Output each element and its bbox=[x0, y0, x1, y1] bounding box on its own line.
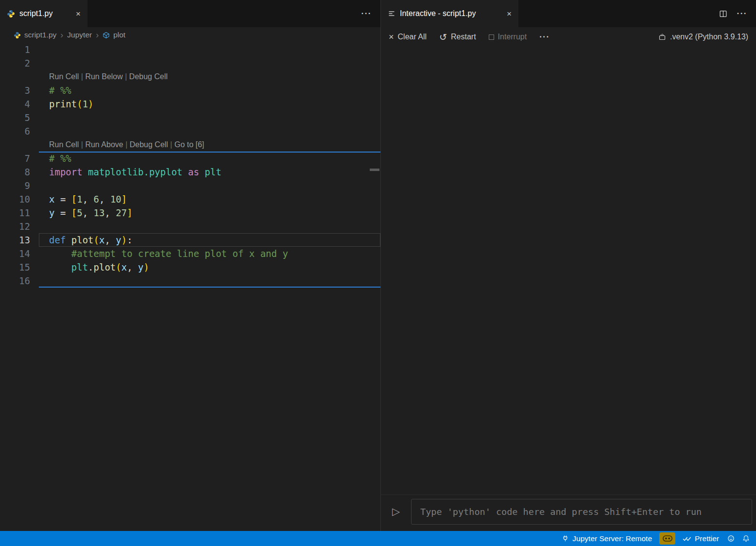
close-icon[interactable]: × bbox=[507, 10, 512, 18]
codelens-separator: | bbox=[168, 140, 174, 149]
codelens-separator: | bbox=[79, 140, 85, 149]
code-line-content[interactable]: # %% bbox=[39, 84, 380, 97]
code-token: : bbox=[127, 235, 132, 245]
code-token: [ bbox=[71, 194, 77, 205]
python-icon bbox=[7, 10, 15, 18]
interactive-window-icon bbox=[388, 10, 395, 17]
code-token: plot bbox=[71, 235, 94, 245]
code-token: ( bbox=[94, 235, 99, 245]
copilot-status-badge[interactable] bbox=[659, 532, 675, 545]
code-line-content[interactable] bbox=[39, 179, 380, 192]
code-token: = bbox=[54, 194, 71, 205]
codelens-link[interactable]: Run Above bbox=[85, 140, 123, 149]
code-line-content[interactable]: y = [5, 13, 27] bbox=[39, 206, 380, 220]
interrupt-icon bbox=[489, 34, 494, 40]
codelens-link[interactable]: Run Cell bbox=[49, 72, 79, 81]
code-line-content[interactable]: # %% bbox=[39, 152, 380, 165]
breadcrumb-item-plot[interactable]: plot bbox=[113, 31, 125, 39]
codelens-separator: | bbox=[123, 140, 130, 149]
code-token: 1 bbox=[77, 194, 82, 205]
code-line-content[interactable] bbox=[39, 124, 380, 138]
interrupt-label: Interrupt bbox=[498, 33, 527, 41]
close-icon[interactable]: × bbox=[76, 10, 81, 18]
code-token: as bbox=[188, 167, 199, 177]
double-check-icon bbox=[683, 535, 691, 542]
code-token: , bbox=[83, 194, 94, 205]
code-token: # %% bbox=[49, 153, 71, 164]
code-line-content[interactable] bbox=[39, 56, 380, 70]
codelens-link[interactable]: Go to [6] bbox=[174, 140, 204, 149]
code-line: 1 bbox=[0, 43, 380, 56]
more-actions-icon[interactable]: ··· bbox=[539, 32, 550, 42]
code-token: def bbox=[49, 235, 66, 245]
kernel-picker[interactable]: .venv2 (Python 3.9.13) bbox=[658, 33, 748, 41]
code-line: 8import matplotlib.pyplot as plt bbox=[0, 165, 380, 179]
clear-all-button[interactable]: × Clear All bbox=[389, 33, 427, 41]
code-token: , bbox=[104, 207, 116, 218]
code-editor[interactable]: 12Run Cell | Run Below | Debug Cell3# %%… bbox=[0, 43, 380, 531]
tab-script1[interactable]: script1.py × bbox=[0, 0, 87, 27]
code-token: 5 bbox=[77, 207, 82, 218]
code-line: 6 bbox=[0, 124, 380, 138]
line-number: 16 bbox=[0, 274, 39, 288]
breadcrumb-item-file[interactable]: script1.py bbox=[24, 31, 56, 39]
tab-interactive[interactable]: Interactive - script1.py × bbox=[381, 0, 518, 27]
interactive-input-row: ▷ bbox=[381, 495, 756, 531]
line-number: 3 bbox=[0, 84, 39, 97]
code-token: 6 bbox=[94, 194, 99, 205]
codelens-link[interactable]: Run Below bbox=[85, 72, 122, 81]
code-token: plot bbox=[94, 262, 116, 273]
codelens-link[interactable]: Debug Cell bbox=[130, 140, 168, 149]
restart-button[interactable]: ↺ Restart bbox=[439, 33, 476, 42]
run-icon[interactable]: ▷ bbox=[381, 506, 411, 517]
codelens-content: Run Cell | Run Below | Debug Cell bbox=[39, 70, 380, 84]
code-line: 5 bbox=[0, 111, 380, 124]
interrupt-button[interactable]: Interrupt bbox=[489, 33, 527, 41]
prettier-status[interactable]: Prettier bbox=[678, 531, 723, 546]
feedback-icon[interactable] bbox=[723, 531, 739, 546]
code-line-content[interactable]: x = [1, 6, 10] bbox=[39, 192, 380, 206]
notifications-bell-icon[interactable] bbox=[739, 531, 756, 546]
split-editor-icon[interactable] bbox=[719, 10, 727, 18]
breadcrumb-item-jupyter[interactable]: Jupyter bbox=[67, 31, 92, 39]
code-token: plt bbox=[205, 167, 221, 177]
code-token: , bbox=[104, 235, 116, 245]
code-input-box[interactable] bbox=[411, 499, 752, 525]
code-token: 27 bbox=[116, 207, 127, 218]
kernel-label: .venv2 (Python 3.9.13) bbox=[670, 33, 748, 41]
code-token: x bbox=[99, 235, 104, 245]
code-input[interactable] bbox=[412, 507, 752, 517]
left-tab-bar: script1.py × ··· bbox=[0, 0, 380, 27]
status-bar: Jupyter Server: Remote Prettier bbox=[0, 531, 756, 546]
code-line-content[interactable] bbox=[39, 43, 380, 56]
jupyter-server-status[interactable]: Jupyter Server: Remote bbox=[557, 531, 656, 546]
code-token: 10 bbox=[110, 194, 121, 205]
code-line-content[interactable] bbox=[39, 111, 380, 124]
code-token: import bbox=[49, 167, 83, 177]
code-token: x bbox=[49, 194, 54, 205]
jupyter-server-label: Jupyter Server: Remote bbox=[572, 534, 652, 543]
editor-actions: ··· bbox=[87, 0, 380, 27]
code-line-content[interactable]: print(1) bbox=[39, 97, 380, 111]
code-line-content[interactable]: def plot(x, y): bbox=[39, 233, 380, 247]
code-line-content[interactable]: #attempt to create line plot of x and y bbox=[39, 247, 380, 260]
code-line-content[interactable] bbox=[39, 274, 380, 288]
code-line-content[interactable]: plt.plot(x, y) bbox=[39, 260, 380, 274]
code-token: #attempt to create line plot of x and y bbox=[49, 248, 288, 259]
code-token: . bbox=[88, 262, 93, 273]
code-line: 11y = [5, 13, 27] bbox=[0, 206, 380, 220]
code-line-content[interactable] bbox=[39, 220, 380, 233]
code-line-content[interactable]: import matplotlib.pyplot as plt bbox=[39, 165, 380, 179]
codelens-link[interactable]: Debug Cell bbox=[129, 72, 168, 81]
code-token: ] bbox=[127, 207, 132, 218]
more-actions-icon[interactable]: ··· bbox=[737, 9, 747, 18]
code-token bbox=[49, 262, 71, 273]
copilot-icon bbox=[663, 535, 672, 542]
code-token: , bbox=[83, 207, 94, 218]
code-rows: 12Run Cell | Run Below | Debug Cell3# %%… bbox=[0, 43, 380, 288]
prettier-label: Prettier bbox=[695, 534, 719, 543]
breadcrumb: script1.py › Jupyter › plot bbox=[0, 27, 380, 43]
more-actions-icon[interactable]: ··· bbox=[361, 9, 372, 18]
codelens-link[interactable]: Run Cell bbox=[49, 140, 79, 149]
code-token: plt bbox=[71, 262, 88, 273]
